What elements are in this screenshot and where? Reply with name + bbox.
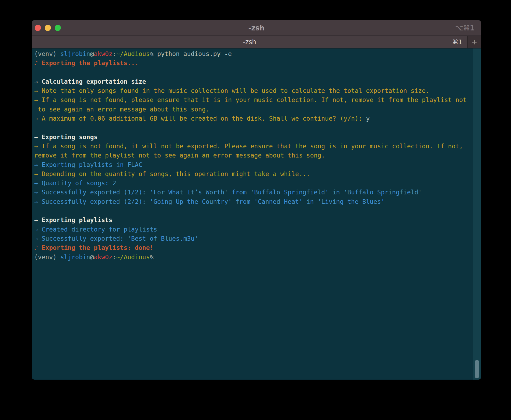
tab-zsh[interactable]: -zsh ⌘1 [32,36,468,48]
terminal-line [34,68,473,77]
terminal-line: → Note that only songs found in the musi… [34,86,473,95]
terminal-line: (venv) sljrobin@akw0z:~/Audious% [34,253,473,262]
terminal-line: → Calculating exportation size [34,77,473,86]
terminal-line: to see again an error message about this… [34,105,473,114]
new-tab-button[interactable]: + [468,36,481,48]
terminal-line: → If a song is not found, it will not be… [34,142,473,151]
terminal-line: → Exporting playlists [34,215,473,225]
scrollbar-thumb[interactable] [475,360,479,378]
plus-icon: + [472,37,477,47]
tab-bar: -zsh ⌘1 + [32,36,481,48]
terminal-output[interactable]: (venv) sljrobin@akw0z:~/Audious% python … [32,48,473,380]
terminal-window: -zsh ⌥⌘1 -zsh ⌘1 + (venv) sljrobin@akw0z… [32,20,481,380]
tab-label: -zsh [243,38,256,46]
minimize-button[interactable] [45,25,51,31]
terminal-line: → Successfully exported: 'Best of Blues.… [34,234,473,243]
terminal-line: → A maximum of 0.06 additional GB will b… [34,114,473,123]
terminal-line: → Quantity of songs: 2 [34,178,473,188]
traffic-lights [32,25,61,31]
zoom-button[interactable] [55,25,61,31]
terminal-content: (venv) sljrobin@akw0z:~/Audious% python … [32,48,481,380]
terminal-line: ♪ Exporting the playlists: done! [34,243,473,252]
terminal-line: ♪ Exporting the playlists... [34,58,473,68]
close-button[interactable] [35,25,41,31]
terminal-line: → Successfully exported (1/2): 'For What… [34,188,473,197]
scrollbar-track[interactable] [473,48,481,380]
window-title: -zsh [32,20,481,36]
terminal-line: (venv) sljrobin@akw0z:~/Audious% python … [34,49,473,58]
tab-shortcut-badge: ⌘1 [452,36,462,48]
window-shortcut-badge: ⌥⌘1 [455,20,475,36]
terminal-line: → Depending on the quantity of songs, th… [34,169,473,178]
terminal-line [34,206,473,215]
terminal-line: → Exporting songs [34,132,473,142]
terminal-line: → Successfully exported (2/2): 'Going Up… [34,197,473,206]
terminal-line: → Created directory for playlists [34,225,473,234]
title-bar[interactable]: -zsh ⌥⌘1 [32,20,481,36]
terminal-line: → Exporting playlists in FLAC [34,160,473,169]
terminal-line: → If a song is not found, please ensure … [34,95,473,104]
terminal-line [34,123,473,132]
terminal-line: remove it from the playlist not to see a… [34,151,473,160]
